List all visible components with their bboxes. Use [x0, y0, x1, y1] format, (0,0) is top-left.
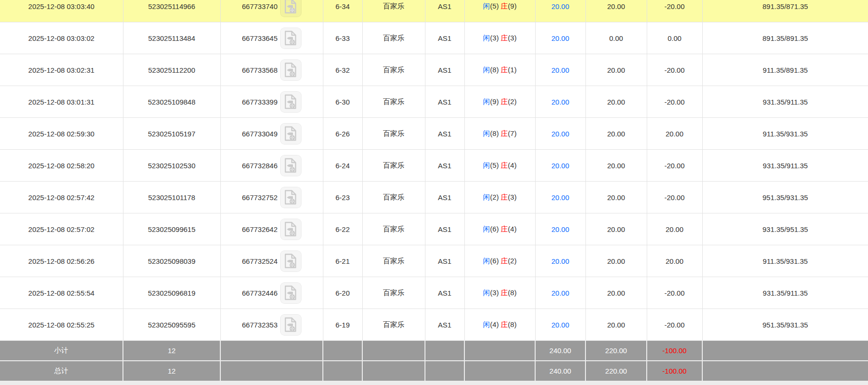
valid-amount-cell: 20.00 — [585, 118, 647, 150]
table-name-cell: AS1 — [425, 0, 464, 22]
bet-amount-link[interactable]: 20.00 — [551, 225, 569, 233]
video-replay-button[interactable] — [280, 59, 302, 81]
total-count-cell: 12 — [123, 341, 220, 361]
video-replay-button[interactable] — [280, 0, 302, 17]
video-replay-button[interactable] — [280, 314, 302, 336]
bottom-strip — [0, 382, 868, 385]
bet-time-cell: 2025-12-08 02:56:26 — [0, 245, 123, 277]
bet-amount-link[interactable]: 20.00 — [551, 193, 569, 202]
bet-amount-link[interactable]: 20.00 — [551, 98, 569, 106]
video-replay-button[interactable] — [280, 123, 302, 144]
balance-cell: 931.35/951.35 — [702, 213, 868, 245]
valid-amount-cell: 20.00 — [585, 309, 647, 341]
valid-amount-cell: 20.00 — [585, 0, 647, 22]
balance-cell: 911.35/931.35 — [702, 118, 868, 150]
empty-game-type-cell — [362, 361, 425, 381]
record-row[interactable]: 2025-12-08 03:03:40523025114966667733740… — [0, 0, 868, 22]
record-row[interactable]: 2025-12-08 02:56:26523025098039667732524… — [0, 245, 868, 277]
video-replay-button[interactable] — [280, 250, 302, 272]
table-name-cell: AS1 — [425, 213, 464, 245]
empty-result-cell — [464, 341, 535, 361]
banker-label: 庄 — [501, 97, 508, 106]
game-id-text: 667732353 — [242, 321, 277, 329]
bet-time-cell: 2025-12-08 03:03:40 — [0, 0, 123, 22]
win-loss-cell: -20.00 — [647, 150, 702, 182]
record-row[interactable]: 2025-12-08 02:57:02523025099615667732642… — [0, 213, 868, 245]
video-replay-button[interactable] — [280, 28, 302, 49]
bet-time-cell: 2025-12-08 02:57:02 — [0, 213, 123, 245]
record-row[interactable]: 2025-12-08 03:01:31523025109848667733399… — [0, 86, 868, 118]
table-name-cell: AS1 — [425, 182, 464, 213]
subtotal-label: 小计 — [0, 341, 123, 361]
bet-amount-cell: 20.00 — [535, 0, 585, 22]
bet-amount-link[interactable]: 20.00 — [551, 257, 569, 265]
video-replay-icon — [283, 190, 298, 205]
bet-amount-link[interactable]: 20.00 — [551, 130, 569, 138]
win-loss-cell: -20.00 — [647, 54, 702, 86]
result-cell: 闲(3) 庄(8) — [464, 277, 535, 309]
empty-result-cell — [464, 361, 535, 381]
video-replay-button[interactable] — [280, 91, 302, 113]
win-loss-cell: -20.00 — [647, 277, 702, 309]
empty-round-cell — [323, 341, 362, 361]
video-replay-button[interactable] — [280, 187, 302, 208]
bet-amount-link[interactable]: 20.00 — [551, 162, 569, 170]
bet-amount-cell: 20.00 — [535, 277, 585, 309]
bet-amount-link[interactable]: 20.00 — [551, 321, 569, 329]
game-id-cell: 667732446 — [220, 277, 323, 309]
video-replay-button[interactable] — [280, 282, 302, 304]
valid-amount-cell: 20.00 — [585, 54, 647, 86]
round-cell: 6-34 — [323, 0, 362, 22]
bet-time-cell: 2025-12-08 02:55:25 — [0, 309, 123, 341]
bet-amount-link[interactable]: 20.00 — [551, 66, 569, 74]
bet-amount-link[interactable]: 20.00 — [551, 2, 569, 10]
bet-amount-cell: 20.00 — [535, 150, 585, 182]
bet-time-cell: 2025-12-08 03:02:31 — [0, 54, 123, 86]
bet-amount-link[interactable]: 20.00 — [551, 34, 569, 42]
grand-total-label: 总计 — [0, 361, 123, 381]
game-type-cell: 百家乐 — [362, 0, 425, 22]
game-id-cell: 667733049 — [220, 118, 323, 150]
game-id-text: 667732642 — [242, 225, 277, 233]
game-type-cell: 百家乐 — [362, 150, 425, 182]
subtotal-row: 小计12240.00220.00-100.00 — [0, 341, 868, 361]
record-row[interactable]: 2025-12-08 02:58:20523025102530667732846… — [0, 150, 868, 182]
table-name-cell: AS1 — [425, 309, 464, 341]
record-row[interactable]: 2025-12-08 02:57:42523025101178667732752… — [0, 182, 868, 213]
banker-label: 庄 — [501, 129, 508, 137]
player-label: 闲 — [483, 97, 490, 106]
balance-cell: 931.35/911.35 — [702, 150, 868, 182]
round-cell: 6-24 — [323, 150, 362, 182]
balance-cell: 911.35/891.35 — [702, 54, 868, 86]
video-replay-button[interactable] — [280, 219, 302, 240]
table-name-cell: AS1 — [425, 54, 464, 86]
banker-label: 庄 — [501, 320, 508, 328]
banker-label: 庄 — [501, 257, 508, 265]
bet-records-table: 2025-12-08 03:03:40523025114966667733740… — [0, 0, 868, 382]
record-row[interactable]: 2025-12-08 02:55:54523025096819667732446… — [0, 277, 868, 309]
bet-amount-cell: 20.00 — [535, 22, 585, 54]
balance-cell: 931.35/911.35 — [702, 86, 868, 118]
serial-number-cell: 523025109848 — [123, 86, 220, 118]
record-row[interactable]: 2025-12-08 03:02:31523025112200667733568… — [0, 54, 868, 86]
record-row[interactable]: 2025-12-08 03:03:02523025113484667733645… — [0, 22, 868, 54]
video-replay-button[interactable] — [280, 155, 302, 176]
player-label: 闲 — [483, 34, 490, 42]
game-type-cell: 百家乐 — [362, 22, 425, 54]
player-label: 闲 — [483, 161, 490, 169]
total-win-loss-cell: -100.00 — [647, 341, 702, 361]
bet-amount-cell: 20.00 — [535, 54, 585, 86]
player-label: 闲 — [483, 257, 490, 265]
video-replay-icon — [283, 158, 298, 173]
empty-table-name-cell — [425, 361, 464, 381]
game-id-text: 667733645 — [242, 34, 277, 42]
record-row[interactable]: 2025-12-08 02:55:25523025095595667732353… — [0, 309, 868, 341]
bet-amount-link[interactable]: 20.00 — [551, 289, 569, 297]
result-cell: 闲(5) 庄(4) — [464, 150, 535, 182]
player-label: 闲 — [483, 225, 490, 233]
record-row[interactable]: 2025-12-08 02:59:30523025105197667733049… — [0, 118, 868, 150]
valid-amount-cell: 20.00 — [585, 245, 647, 277]
game-type-cell: 百家乐 — [362, 54, 425, 86]
valid-amount-cell: 20.00 — [585, 182, 647, 213]
round-cell: 6-21 — [323, 245, 362, 277]
